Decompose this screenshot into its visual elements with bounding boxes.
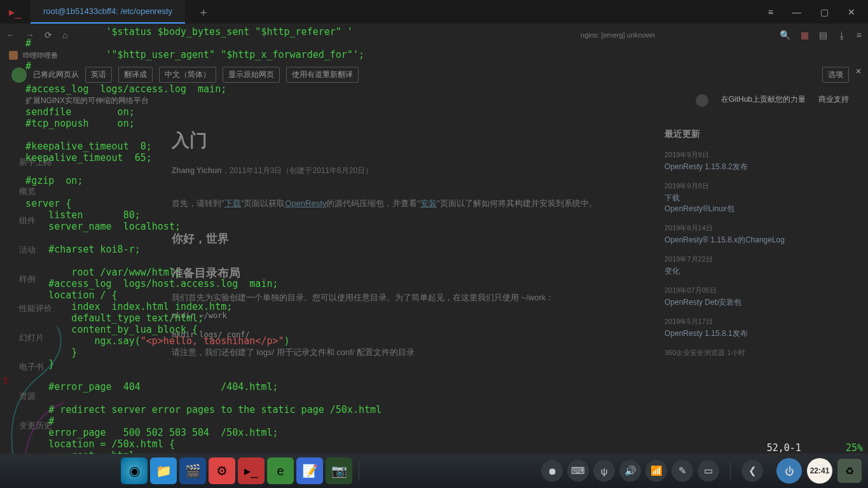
- volume-icon[interactable]: 🔊: [619, 460, 641, 482]
- show-desktop-icon[interactable]: ❮: [741, 460, 763, 482]
- terminal-tab[interactable]: root@1b51433cbff4: /etc/openresty: [31, 0, 185, 24]
- settings-icon[interactable]: ⚙: [209, 457, 235, 484]
- dock: ◉ 📁 🎬 ⚙ ▸_ e 📝 📷: [121, 457, 352, 484]
- system-tray: ⏺ ⌨ ψ 🔊 📶 ✎ ▭ ❮ ⏻ 22:41 ♻: [541, 458, 862, 484]
- launcher-icon[interactable]: ◉: [121, 457, 148, 484]
- terminal-text2: ) } } #error_page 404 /404.html; # redir…: [3, 335, 382, 461]
- terminal-app-icon: ▸_: [0, 0, 31, 24]
- usb-icon[interactable]: ψ: [593, 460, 615, 482]
- wifi-icon[interactable]: 📶: [645, 460, 667, 482]
- tray-separator: [730, 461, 731, 481]
- dock-separator: [359, 461, 359, 481]
- editor-icon[interactable]: 📝: [296, 457, 323, 484]
- cursor-position: 52,0-1: [767, 442, 801, 454]
- clock[interactable]: 22:41: [807, 458, 832, 484]
- window-titlebar: ▸_ root@1b51433cbff4: /etc/openresty ＋ ≡…: [0, 0, 868, 24]
- tab-title: root@1b51433cbff4: /etc/openresty: [43, 6, 172, 16]
- close-button[interactable]: ✕: [843, 4, 860, 20]
- browser-icon[interactable]: e: [267, 457, 294, 484]
- minimize-button[interactable]: —: [787, 4, 806, 20]
- video-icon[interactable]: 🎬: [179, 457, 206, 484]
- terminal-viewport[interactable]: '$status $body_bytes_sent "$http_referer…: [0, 24, 868, 454]
- camera-icon[interactable]: 📷: [326, 457, 352, 484]
- display-icon[interactable]: ▭: [698, 460, 719, 482]
- scroll-percent: 25%: [846, 442, 863, 454]
- record-icon[interactable]: ⏺: [541, 460, 563, 482]
- files-icon[interactable]: 📁: [150, 457, 177, 484]
- power-icon[interactable]: ⏻: [776, 458, 802, 484]
- maximize-button[interactable]: ▢: [815, 4, 834, 20]
- menu-icon[interactable]: ≡: [763, 4, 778, 20]
- keyboard-icon[interactable]: ⌨: [567, 460, 589, 482]
- taskbar: ◉ 📁 🎬 ⚙ ▸_ e 📝 📷 ⏺ ⌨ ψ 🔊 📶 ✎ ▭ ❮ ⏻ 22:41…: [0, 454, 868, 488]
- trash-icon[interactable]: ♻: [837, 459, 862, 483]
- terminal-text: '$status $body_bytes_sent "$http_referer…: [3, 26, 364, 347]
- vim-status-line: 52,0-1 25%: [767, 442, 863, 454]
- terminal-cursor-gutter: ▯: [3, 374, 8, 386]
- terminal-string: "<p>hello, taoshihan</p>": [141, 335, 284, 347]
- terminal-icon[interactable]: ▸_: [238, 457, 265, 484]
- new-tab-button[interactable]: ＋: [185, 4, 222, 20]
- edit-icon[interactable]: ✎: [672, 460, 693, 482]
